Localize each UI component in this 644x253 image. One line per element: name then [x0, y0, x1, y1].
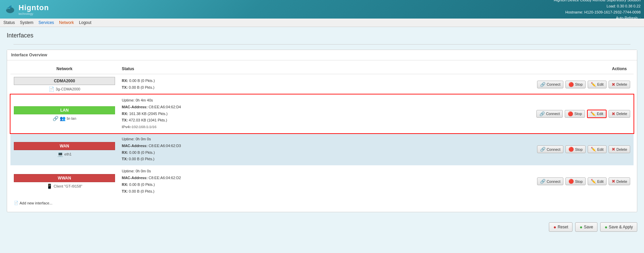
status-tx-cdma: TX: 0.00 B (0 Pkts.)	[122, 84, 318, 91]
net-sub-label-wwan: Client "GT-I9158"	[54, 184, 82, 188]
status-uptime-wan: Uptime: 0h 0m 0s	[122, 136, 318, 143]
net-sub-lan: 🔗 👥 br-lan	[14, 116, 115, 121]
people-icon: 👥	[60, 116, 65, 121]
stop-label: Stop	[575, 147, 583, 151]
panel-body: Network Status Actions CDMA2000 📄 3g-CDM…	[7, 60, 637, 212]
connect-button-lan[interactable]: 🔗 Connect	[536, 110, 563, 118]
bottom-bar: ● Reset ● Save ● Save & Apply	[0, 217, 644, 237]
edit-button-wwan[interactable]: ✏️ Edit	[588, 177, 607, 185]
header-tagline: Hignton Device Cloudy Remote Supervisory…	[554, 0, 641, 3]
edit-icon: ✏️	[591, 82, 596, 87]
save-apply-button[interactable]: ● Save & Apply	[600, 222, 637, 232]
delete-icon: ✖	[612, 179, 615, 184]
actions-cell-cdma: 🔗 Connect 🔴 Stop ✏️ Edit	[321, 74, 634, 95]
stop-button-wwan[interactable]: 🔴 Stop	[565, 177, 586, 185]
network-cell-cdma: CDMA2000 📄 3g-CDMA2000	[10, 74, 118, 95]
stop-button-cdma[interactable]: 🔴 Stop	[565, 81, 586, 88]
delete-icon: ✖	[612, 111, 615, 116]
table-row: WWAN 📱 Client "GT-I9158" Uptime: 0h 0m 0…	[10, 165, 634, 197]
status-rx-cdma: RX: 0.00 B (0 Pkts.)	[122, 78, 318, 84]
logo-text: Hignton	[19, 3, 49, 12]
actions-cell-wwan: 🔗 Connect 🔴 Stop ✏️ Edit	[321, 165, 634, 197]
table-row: WAN 💻 eth1 Uptime: 0h 0m 0s MAC-Address:…	[10, 133, 634, 165]
net-label-wan: WAN	[14, 142, 115, 150]
delete-button-wwan[interactable]: ✖ Delete	[609, 177, 630, 185]
reset-icon: ●	[553, 224, 556, 230]
stop-icon: 🔴	[568, 111, 573, 116]
nav-network[interactable]: Network	[59, 20, 74, 25]
nav-bar: Status System Services Network Logout	[0, 19, 644, 27]
header-hostname: Hostname: H120-1509-1617-2932-7744-0098	[554, 9, 641, 16]
connect-button-wan[interactable]: 🔗 Connect	[537, 145, 563, 153]
actions-cell-lan: 🔗 Connect 🔴 Stop ✏️ Edit	[321, 94, 634, 133]
nav-system[interactable]: System	[20, 20, 33, 25]
network-cell-wan: WAN 💻 eth1	[10, 133, 118, 165]
status-tx-lan: TX: 472.03 KB (1041 Pkts.)	[122, 117, 318, 124]
status-uptime-wwan: Uptime: 0h 0m 0s	[122, 168, 318, 175]
page-title: Interfaces	[7, 32, 637, 39]
status-rx-wan: RX: 0.00 B (0 Pkts.)	[122, 149, 318, 156]
header-load: Load: 0.30 0.38 0.22	[554, 3, 641, 9]
net-sub-wan: 💻 eth1	[14, 151, 115, 157]
delete-icon: ✖	[612, 147, 615, 152]
edit-label: Edit	[597, 112, 603, 116]
status-rx-wwan: RX: 0.00 B (0 Pkts.)	[122, 181, 318, 188]
delete-label: Delete	[616, 179, 627, 184]
edit-icon: ✏️	[591, 147, 596, 152]
edit-label: Edit	[597, 82, 604, 86]
add-icon: 📄	[14, 201, 19, 205]
stop-label: Stop	[575, 82, 583, 86]
net-label-cdma: CDMA2000	[14, 77, 115, 85]
net-sub-wwan: 📱 Client "GT-I9158"	[14, 184, 115, 189]
save-apply-icon: ●	[605, 224, 607, 230]
add-new-interface-link[interactable]: 📄 Add new interface...	[14, 201, 52, 205]
connect-button-cdma[interactable]: 🔗 Connect	[537, 81, 563, 88]
save-label: Save	[584, 225, 593, 229]
edit-button-lan[interactable]: ✏️ Edit	[587, 110, 607, 118]
network-cell-wwan: WWAN 📱 Client "GT-I9158"	[10, 165, 118, 197]
delete-label: Delete	[616, 147, 627, 151]
reset-button[interactable]: ● Reset	[549, 222, 572, 232]
net-sub-cdma: 📄 3g-CDMA2000	[14, 86, 115, 92]
nav-status[interactable]: Status	[3, 20, 15, 25]
stop-button-lan[interactable]: 🔴 Stop	[565, 110, 585, 118]
br-icon: 🔗	[53, 116, 58, 121]
edit-icon: ✏️	[590, 111, 596, 116]
status-tx-wan: TX: 0.00 B (0 Pkts.)	[122, 156, 318, 163]
eth-icon: 💻	[57, 151, 63, 157]
connect-icon: 🔗	[539, 111, 545, 116]
table-row: LAN 🔗 👥 br-lan Uptime: 0h 4m 40s MAC-Add…	[10, 94, 634, 133]
status-mac-wwan: MAC-Address: C8:EE:A6:04:62:D2	[122, 175, 318, 181]
main-content: Interfaces Interface Overview Network St…	[0, 27, 644, 217]
status-cell-wan: Uptime: 0h 0m 0s MAC-Address: C8:EE:A6:0…	[118, 133, 321, 165]
delete-icon: ✖	[612, 82, 615, 87]
connect-button-wwan[interactable]: 🔗 Connect	[537, 177, 563, 185]
nav-services[interactable]: Services	[38, 20, 54, 25]
col-network: Network	[10, 64, 118, 74]
delete-button-wan[interactable]: ✖ Delete	[609, 145, 630, 153]
header-info: Hignton Device Cloudy Remote Supervisory…	[554, 0, 641, 21]
net-label-wwan: WWAN	[14, 174, 115, 182]
status-cell-lan: Uptime: 0h 4m 40s MAC-Address: C8:EE:A6:…	[118, 94, 321, 133]
header-autorefresh: Auto Refresh: :	[554, 15, 641, 21]
status-rx-lan: RX: 161.38 KB (2045 Pkts.)	[122, 111, 318, 117]
interface-overview-panel: Interface Overview Network Status Action…	[7, 50, 637, 212]
delete-button-lan[interactable]: ✖ Delete	[609, 110, 630, 118]
logo-area: Hignton technology	[3, 3, 49, 16]
stop-button-wan[interactable]: 🔴 Stop	[565, 145, 586, 153]
stop-label: Stop	[575, 179, 583, 184]
edit-label: Edit	[597, 147, 604, 151]
save-button[interactable]: ● Save	[575, 222, 597, 232]
stop-icon: 🔴	[568, 147, 574, 152]
edit-label: Edit	[597, 179, 604, 184]
connect-icon: 🔗	[540, 179, 545, 184]
stop-icon: 🔴	[568, 179, 574, 184]
page-divider	[13, 44, 631, 45]
connect-icon: 🔗	[540, 82, 545, 87]
edit-button-cdma[interactable]: ✏️ Edit	[588, 81, 607, 88]
nav-logout[interactable]: Logout	[79, 20, 91, 25]
delete-button-cdma[interactable]: ✖ Delete	[609, 81, 630, 88]
delete-label: Delete	[616, 112, 627, 116]
table-row: CDMA2000 📄 3g-CDMA2000 RX: 0.00 B (0 Pkt…	[10, 74, 634, 95]
edit-button-wan[interactable]: ✏️ Edit	[588, 145, 607, 153]
